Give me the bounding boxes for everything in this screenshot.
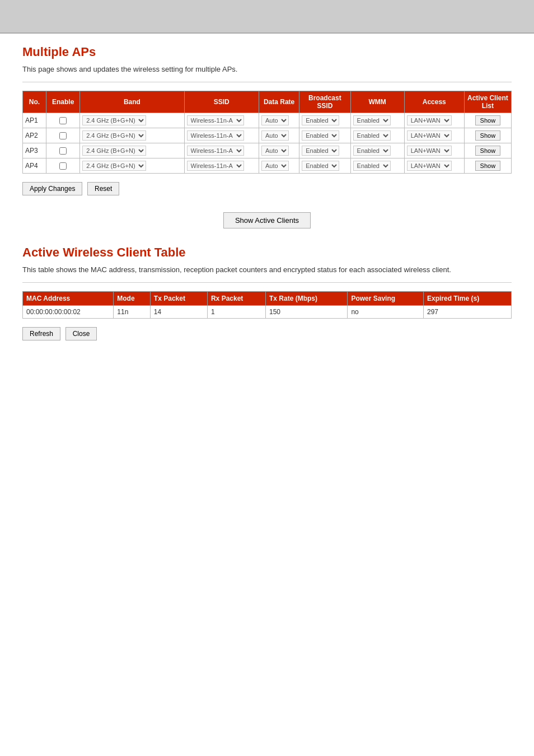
ap-access-select-4[interactable]: LAN+WAN: [407, 161, 452, 171]
ap-datarate-4[interactable]: Auto: [259, 158, 299, 174]
ap-broadcast-ssid-2[interactable]: Enabled: [299, 128, 350, 143]
client-table-row: 00:00:00:00:00:02 11n 14 1 150 no 297: [23, 306, 512, 319]
ap-broadcast-select-4[interactable]: Enabled: [302, 161, 339, 171]
client-tx-0: 14: [150, 306, 207, 319]
ap-enable-checkbox-2[interactable]: [59, 132, 67, 139]
ap-band-2[interactable]: 2.4 GHz (B+G+N): [80, 128, 184, 143]
ap-band-select-2[interactable]: 2.4 GHz (B+G+N): [82, 130, 146, 141]
ap-ssid-2[interactable]: Wireless-11n-A: [184, 128, 259, 143]
ap-access-4[interactable]: LAN+WAN: [404, 158, 464, 174]
client-mode-0: 11n: [114, 306, 151, 319]
ap-show-1[interactable]: Show: [464, 113, 511, 128]
ap-access-2[interactable]: LAN+WAN: [404, 128, 464, 143]
th-access: Access: [404, 91, 464, 113]
ap-enable-3[interactable]: [46, 143, 80, 158]
client-th-1: Mode: [114, 292, 151, 306]
ap-no-4: AP4: [23, 158, 46, 174]
ap-datarate-select-3[interactable]: Auto: [261, 146, 289, 156]
client-th-3: Rx Packet: [207, 292, 265, 306]
show-active-clients-container: Show Active Clients: [22, 212, 512, 228]
ap-wmm-select-1[interactable]: Enabled: [353, 115, 391, 125]
ap-no-1: AP1: [23, 113, 46, 128]
client-power-0: no: [348, 306, 424, 319]
client-txrate-0: 150: [266, 306, 348, 319]
ap-wmm-select-4[interactable]: Enabled: [353, 161, 391, 171]
ap-broadcast-select-1[interactable]: Enabled: [302, 115, 339, 125]
ap-enable-1[interactable]: [46, 113, 80, 128]
ap-band-select-4[interactable]: 2.4 GHz (B+G+N): [82, 161, 146, 171]
ap-ssid-4[interactable]: Wireless-11n-A: [184, 158, 259, 174]
ap-access-3[interactable]: LAN+WAN: [404, 143, 464, 158]
ap-datarate-1[interactable]: Auto: [259, 113, 299, 128]
ap-ssid-select-1[interactable]: Wireless-11n-A: [187, 115, 244, 125]
ap-access-1[interactable]: LAN+WAN: [404, 113, 464, 128]
ap-datarate-2[interactable]: Auto: [259, 128, 299, 143]
ap-wmm-4[interactable]: Enabled: [350, 158, 404, 174]
client-th-4: Tx Rate (Mbps): [266, 292, 348, 306]
multiple-aps-title: Multiple APs: [22, 45, 512, 59]
active-wireless-title: Active Wireless Client Table: [22, 245, 512, 260]
ap-wmm-2[interactable]: Enabled: [350, 128, 404, 143]
ap-table: No. Enable Band SSID Data Rate Broadcast…: [22, 91, 512, 174]
ap-wmm-select-3[interactable]: Enabled: [353, 146, 391, 156]
ap-access-select-1[interactable]: LAN+WAN: [407, 115, 452, 125]
ap-no-2: AP2: [23, 128, 46, 143]
ap-ssid-select-4[interactable]: Wireless-11n-A: [187, 161, 244, 171]
ap-enable-checkbox-3[interactable]: [59, 147, 67, 155]
th-active-client: Active Client List: [464, 91, 511, 113]
ap-ssid-select-2[interactable]: Wireless-11n-A: [187, 130, 244, 141]
ap-ssid-select-3[interactable]: Wireless-11n-A: [187, 146, 244, 156]
ap-broadcast-select-2[interactable]: Enabled: [302, 130, 339, 141]
ap-wmm-3[interactable]: Enabled: [350, 143, 404, 158]
ap-enable-checkbox-1[interactable]: [59, 117, 67, 124]
ap-band-select-1[interactable]: 2.4 GHz (B+G+N): [82, 115, 146, 125]
th-broadcast-ssid: Broadcast SSID: [299, 91, 350, 113]
ap-ssid-1[interactable]: Wireless-11n-A: [184, 113, 259, 128]
ap-band-1[interactable]: 2.4 GHz (B+G+N): [80, 113, 184, 128]
ap-datarate-3[interactable]: Auto: [259, 143, 299, 158]
ap-show-2[interactable]: Show: [464, 128, 511, 143]
ap-show-4[interactable]: Show: [464, 158, 511, 174]
ap-enable-2[interactable]: [46, 128, 80, 143]
show-active-clients-button[interactable]: Show Active Clients: [223, 212, 311, 228]
refresh-button[interactable]: Refresh: [22, 327, 60, 340]
ap-show-3[interactable]: Show: [464, 143, 511, 158]
ap-datarate-select-4[interactable]: Auto: [261, 161, 289, 171]
ap-button-row: Apply Changes Reset: [22, 182, 512, 195]
ap-table-row: AP4 2.4 GHz (B+G+N) Wireless-11n-A Auto …: [23, 158, 512, 174]
ap-datarate-select-1[interactable]: Auto: [261, 115, 289, 125]
ap-ssid-3[interactable]: Wireless-11n-A: [184, 143, 259, 158]
ap-no-3: AP3: [23, 143, 46, 158]
ap-show-button-3[interactable]: Show: [475, 146, 501, 156]
th-band: Band: [80, 91, 184, 113]
top-bar: [0, 0, 534, 34]
ap-enable-checkbox-4[interactable]: [59, 162, 67, 170]
ap-datarate-select-2[interactable]: Auto: [261, 130, 289, 141]
apply-changes-button[interactable]: Apply Changes: [22, 182, 82, 195]
ap-wmm-select-2[interactable]: Enabled: [353, 130, 391, 141]
ap-access-select-2[interactable]: LAN+WAN: [407, 130, 452, 141]
client-th-0: MAC Address: [23, 292, 114, 306]
ap-broadcast-select-3[interactable]: Enabled: [302, 146, 339, 156]
ap-band-4[interactable]: 2.4 GHz (B+G+N): [80, 158, 184, 174]
ap-band-select-3[interactable]: 2.4 GHz (B+G+N): [82, 146, 146, 156]
ap-enable-4[interactable]: [46, 158, 80, 174]
ap-table-row: AP2 2.4 GHz (B+G+N) Wireless-11n-A Auto …: [23, 128, 512, 143]
ap-table-row: AP3 2.4 GHz (B+G+N) Wireless-11n-A Auto …: [23, 143, 512, 158]
ap-band-3[interactable]: 2.4 GHz (B+G+N): [80, 143, 184, 158]
ap-broadcast-ssid-3[interactable]: Enabled: [299, 143, 350, 158]
client-rx-0: 1: [207, 306, 265, 319]
active-wireless-desc: This table shows the MAC address, transm…: [22, 265, 512, 274]
close-button[interactable]: Close: [65, 327, 97, 340]
client-th-5: Power Saving: [348, 292, 424, 306]
ap-show-button-4[interactable]: Show: [475, 161, 501, 171]
ap-broadcast-ssid-4[interactable]: Enabled: [299, 158, 350, 174]
ap-broadcast-ssid-1[interactable]: Enabled: [299, 113, 350, 128]
ap-access-select-3[interactable]: LAN+WAN: [407, 146, 452, 156]
ap-wmm-1[interactable]: Enabled: [350, 113, 404, 128]
reset-button[interactable]: Reset: [87, 182, 119, 195]
ap-show-button-2[interactable]: Show: [475, 130, 501, 141]
th-ssid: SSID: [184, 91, 259, 113]
ap-show-button-1[interactable]: Show: [475, 115, 501, 125]
client-th-6: Expired Time (s): [424, 292, 512, 306]
